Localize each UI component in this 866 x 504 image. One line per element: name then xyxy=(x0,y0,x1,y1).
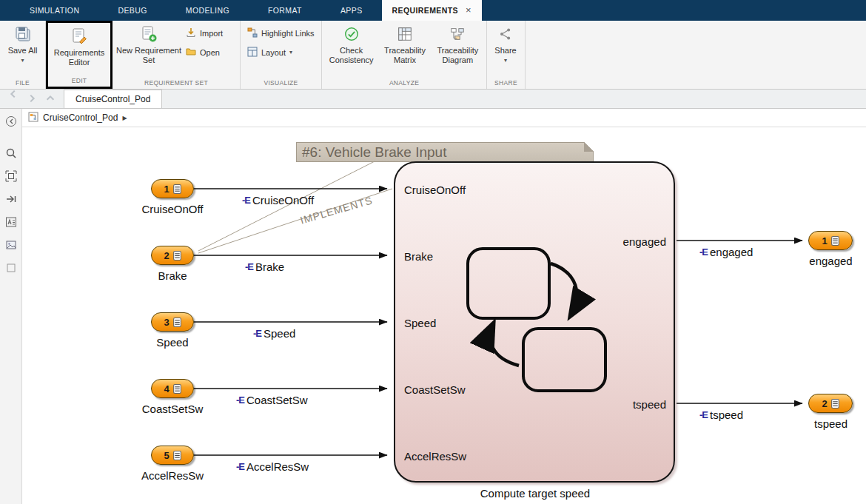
share-button[interactable]: Share ▾ xyxy=(489,21,522,64)
state-box-upper[interactable] xyxy=(466,247,551,320)
log-badge-icon: -E xyxy=(236,394,244,406)
back-arrow-icon[interactable] xyxy=(7,87,20,101)
signal-label-accelressw[interactable]: -E AccelResSw xyxy=(236,460,309,473)
signal-name: Speed xyxy=(264,327,295,340)
signal-label-speed[interactable]: -E Speed xyxy=(253,326,295,340)
matrix-grid-icon xyxy=(395,24,414,44)
requirement-badge-icon xyxy=(831,236,839,246)
chart-input-label: Brake xyxy=(404,250,433,263)
section-label-analyze: ANALYZE xyxy=(322,78,486,89)
palette-sidebar xyxy=(0,109,22,504)
layout-label: Layout xyxy=(261,48,286,57)
inport-block-2[interactable]: 2 xyxy=(151,246,194,265)
signal-label-coastsetsw[interactable]: -E CoastSetSw xyxy=(236,393,308,406)
document-tab-cruisecontrol[interactable]: CruiseControl_Pod xyxy=(64,90,162,108)
save-all-button[interactable]: Save All ▾ xyxy=(2,21,43,64)
save-icon xyxy=(13,24,33,44)
highlight-links-label: Highlight Links xyxy=(261,29,315,38)
state-box-lower[interactable] xyxy=(522,327,607,392)
step-forward-icon[interactable] xyxy=(4,192,18,206)
outport-name[interactable]: tspeed xyxy=(799,417,862,430)
section-label-requirement-set: REQUIREMENT SET xyxy=(113,78,240,89)
model-icon xyxy=(28,112,38,124)
chart-output-label: tspeed xyxy=(633,398,666,411)
signal-name: CoastSetSw xyxy=(246,394,308,406)
fit-to-view-icon[interactable] xyxy=(4,169,18,183)
inport-block-4[interactable]: 4 xyxy=(151,379,194,398)
chart-output-label: engaged xyxy=(623,235,666,249)
signal-name: tspeed xyxy=(710,409,743,421)
signal-name: CruiseOnOff xyxy=(252,194,314,206)
inport-block-3[interactable]: 3 xyxy=(151,312,194,332)
share-icon xyxy=(496,24,515,44)
signal-label-engaged[interactable]: -E engaged xyxy=(699,245,753,258)
chevron-down-icon[interactable]: ▾ xyxy=(289,50,292,56)
outport-name[interactable]: engaged xyxy=(799,255,862,267)
annotation-legend-icon[interactable] xyxy=(4,215,18,229)
section-label-edit: EDIT xyxy=(48,75,110,87)
requirement-annotation[interactable]: #6: Vehicle Brake Input xyxy=(296,142,594,162)
requirements-editor-button[interactable]: Requirements Editor xyxy=(50,23,108,67)
inport-number: 4 xyxy=(164,383,169,394)
close-icon[interactable]: × xyxy=(466,0,471,21)
section-analyze: Check Consistency Traceability Matrix Tr… xyxy=(322,21,487,89)
save-all-label: Save All xyxy=(8,46,38,56)
check-consistency-label: Check Consistency xyxy=(324,46,378,65)
section-file: Save All ▾ FILE xyxy=(0,21,46,89)
requirement-badge-icon xyxy=(173,384,181,394)
layout-button[interactable]: Layout ▾ xyxy=(244,46,318,59)
signal-label-tspeed[interactable]: -E tspeed xyxy=(699,408,743,421)
import-label: Import xyxy=(200,29,223,38)
share-label: Share xyxy=(494,46,516,56)
inport-name[interactable]: CruiseOnOff xyxy=(121,203,224,215)
new-requirement-set-button[interactable]: New Requirement Set xyxy=(115,21,183,65)
model-canvas[interactable]: #6: Vehicle Brake Input CruiseOnOff Brak… xyxy=(22,127,865,504)
log-badge-icon: -E xyxy=(253,328,261,339)
tab-debug[interactable]: DEBUG xyxy=(98,0,166,21)
tab-simulation[interactable]: SIMULATION xyxy=(10,0,98,21)
outport-number: 2 xyxy=(822,398,827,409)
chart-name-label[interactable]: Compute target speed xyxy=(453,487,617,500)
hide-explorer-icon[interactable] xyxy=(4,115,18,128)
requirement-badge-icon xyxy=(173,451,181,460)
requirements-editor-label: Requirements Editor xyxy=(50,48,108,67)
breadcrumb-arrow-icon[interactable]: ▶ xyxy=(122,115,127,121)
inport-name[interactable]: Brake xyxy=(121,269,224,282)
breadcrumb-item-model[interactable]: CruiseControl_Pod xyxy=(43,112,118,123)
chart-block[interactable]: CruiseOnOff Brake Speed CoastSetSw Accel… xyxy=(394,161,675,483)
forward-arrow-icon[interactable] xyxy=(25,92,38,105)
log-badge-icon: -E xyxy=(699,409,708,420)
annotation-fold-icon xyxy=(584,142,594,152)
outport-block-2[interactable]: 2 xyxy=(808,394,853,413)
toolstrip-tabbar: SIMULATION DEBUG MODELING FORMAT APPS RE… xyxy=(0,0,866,21)
empty-box-icon[interactable] xyxy=(4,261,18,275)
check-consistency-button[interactable]: Check Consistency xyxy=(324,21,378,65)
chevron-down-icon[interactable]: ▾ xyxy=(504,58,507,64)
section-visualize: Highlight Links Layout ▾ VISUALIZE xyxy=(241,21,322,89)
traceability-matrix-button[interactable]: Traceability Matrix xyxy=(378,21,431,65)
import-button[interactable]: Import xyxy=(183,27,226,40)
tab-apps[interactable]: APPS xyxy=(321,0,382,21)
tab-modeling[interactable]: MODELING xyxy=(167,0,249,21)
inport-block-1[interactable]: 1 xyxy=(151,179,194,198)
inport-block-5[interactable]: 5 xyxy=(151,446,194,465)
traceability-diagram-button[interactable]: Traceability Diagram xyxy=(432,21,484,65)
viewmarks-icon[interactable] xyxy=(4,238,18,252)
signal-label-brake[interactable]: -E Brake xyxy=(245,260,284,273)
open-button[interactable]: Open xyxy=(183,46,226,59)
tab-requirements[interactable]: REQUIREMENTS × xyxy=(382,0,482,21)
inport-name[interactable]: CoastSetSw xyxy=(121,403,224,415)
inport-name[interactable]: Speed xyxy=(121,336,224,349)
signal-name: engaged xyxy=(710,246,753,258)
outport-block-1[interactable]: 1 xyxy=(808,231,853,250)
new-requirement-set-label: New Requirement Set xyxy=(115,46,183,65)
up-arrow-icon[interactable] xyxy=(44,92,57,105)
signal-label-cruiseonoff[interactable]: -E CruiseOnOff xyxy=(242,193,314,206)
chevron-down-icon[interactable]: ▾ xyxy=(21,58,24,64)
zoom-icon[interactable] xyxy=(4,147,18,160)
requirement-badge-icon xyxy=(173,251,181,261)
highlight-links-button[interactable]: Highlight Links xyxy=(244,27,318,40)
breadcrumb: CruiseControl_Pod ▶ xyxy=(22,109,866,127)
inport-name[interactable]: AccelResSw xyxy=(121,469,224,482)
tab-format[interactable]: FORMAT xyxy=(249,0,321,21)
